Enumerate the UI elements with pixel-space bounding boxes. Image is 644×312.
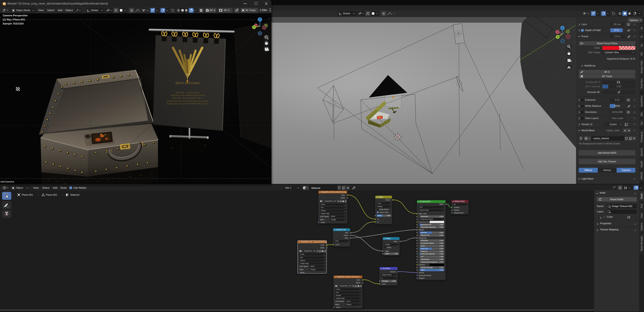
svg-text:X: X: [557, 31, 558, 33]
svg-text:Somers Done Hownstead 64901 Co: Somers Done Hownstead 64901 Coke 32: [172, 97, 203, 99]
svg-text:Hough Emilia Toby Lake Kenyan: Hough Emilia Toby Lake Kenyan Liza Evere…: [167, 100, 208, 102]
svg-text:Z: Z: [259, 18, 260, 21]
svg-text:Spirit of Ecstasy: Spirit of Ecstasy: [176, 81, 200, 85]
svg-text:Sound Dahlf, Cinto kabellows B: Sound Dahlf, Cinto kabellows Beith Schwa…: [170, 94, 205, 96]
svg-text:Z: Z: [562, 27, 563, 29]
svg-text:Y: Y: [253, 26, 255, 29]
svg-text:Y: Y: [557, 36, 558, 38]
svg-text:Directed by — Dahl production: Directed by — Dahl production: [176, 92, 200, 94]
